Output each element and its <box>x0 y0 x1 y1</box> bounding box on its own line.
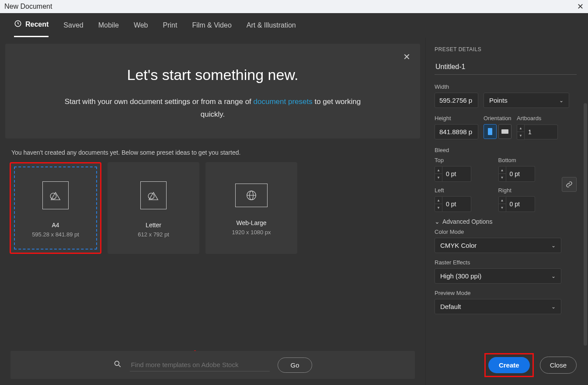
document-name-input[interactable] <box>435 60 577 75</box>
hero-heading: Let's start something new. <box>23 66 403 83</box>
advanced-options-toggle[interactable]: ⌄ Advanced Options <box>435 218 577 225</box>
tab-web[interactable]: Web <box>134 13 148 37</box>
search-icon <box>113 360 122 370</box>
preset-dims: 1920 x 1080 px <box>232 229 271 236</box>
stepper-up-icon: ▲ <box>517 125 524 132</box>
preset-card-letter[interactable]: Letter 612 x 792 pt <box>108 162 199 254</box>
preset-details-panel: PRESET DETAILS Width Points ⌄ Height <box>425 38 588 385</box>
chevron-down-icon: ⌄ <box>551 273 556 279</box>
bleed-left-stepper[interactable]: ▲▼ <box>435 196 442 212</box>
preset-doc-icon <box>140 181 167 209</box>
svg-rect-7 <box>501 129 508 134</box>
hero-banner: ✕ Let's start something new. Start with … <box>5 44 420 139</box>
window-title: New Document <box>4 3 52 10</box>
go-button[interactable]: Go <box>278 357 312 373</box>
height-label: Height <box>435 115 478 121</box>
width-label: Width <box>435 83 478 90</box>
orientation-landscape-button[interactable] <box>498 124 511 139</box>
titlebar: New Document ✕ <box>0 0 588 13</box>
panel-title: PRESET DETAILS <box>435 46 577 52</box>
tab-art-illustration[interactable]: Art & Illustration <box>247 13 296 37</box>
document-presets-link[interactable]: document presets <box>254 97 313 106</box>
units-select[interactable]: Points ⌄ <box>484 93 569 108</box>
chevron-down-icon: ⌄ <box>551 304 556 310</box>
close-button[interactable]: Close <box>540 357 577 374</box>
bleed-label: Bleed <box>435 147 577 153</box>
window-close-icon[interactable]: ✕ <box>577 2 584 11</box>
preset-dims: 595.28 x 841.89 pt <box>32 231 79 238</box>
width-input[interactable] <box>435 93 478 108</box>
tab-saved[interactable]: Saved <box>63 13 83 37</box>
link-bleed-icon[interactable] <box>562 177 577 192</box>
preview-mode-select[interactable]: Default ⌄ <box>435 299 561 314</box>
preset-dims: 612 x 792 pt <box>138 231 169 238</box>
chevron-down-icon: ⌄ <box>559 97 564 104</box>
orientation-portrait-button[interactable] <box>484 124 497 139</box>
hero-subtext: Start with your own document settings or… <box>56 96 370 121</box>
hero-close-icon[interactable]: ✕ <box>403 52 411 62</box>
preset-cards: A4 595.28 x 841.89 pt Letter 612 x 792 p… <box>5 162 420 254</box>
chevron-down-icon: ⌄ <box>551 243 556 249</box>
artboards-label: Artboards <box>517 115 558 121</box>
orientation-label: Orientation <box>484 115 511 121</box>
preset-name: A4 <box>52 222 59 229</box>
bleed-right-input[interactable] <box>506 196 535 212</box>
preset-card-a4[interactable]: A4 595.28 x 841.89 pt <box>10 162 101 254</box>
tab-film-video[interactable]: Film & Video <box>192 13 231 37</box>
artboards-stepper[interactable]: ▲▼ <box>517 124 525 140</box>
chevron-down-icon: ⌄ <box>435 218 440 225</box>
scrollbar[interactable] <box>584 103 587 346</box>
stepper-down-icon: ▼ <box>517 132 524 139</box>
clock-icon <box>14 20 22 29</box>
preset-card-web-large[interactable]: Web-Large 1920 x 1080 px <box>205 162 297 254</box>
stock-search-input[interactable] <box>130 358 270 371</box>
artboards-input[interactable] <box>525 125 558 139</box>
bleed-right-stepper[interactable]: ▲▼ <box>498 196 506 212</box>
tab-print[interactable]: Print <box>163 13 177 37</box>
preset-web-icon <box>235 184 268 207</box>
category-tabs: Recent Saved Mobile Web Print Film & Vid… <box>0 13 588 38</box>
preset-subheading: You haven't created any documents yet. B… <box>11 149 418 156</box>
tab-recent[interactable]: Recent <box>14 13 49 37</box>
stock-search-bar: Go <box>10 351 415 379</box>
bleed-top-stepper[interactable]: ▲▼ <box>435 166 442 182</box>
create-button[interactable]: Create <box>488 357 530 373</box>
raster-effects-select[interactable]: High (300 ppi) ⌄ <box>435 268 561 284</box>
height-input[interactable] <box>435 124 478 139</box>
bleed-top-input[interactable] <box>442 166 471 182</box>
bleed-bottom-stepper[interactable]: ▲▼ <box>498 166 506 182</box>
preset-name: Letter <box>146 222 161 229</box>
tab-mobile[interactable]: Mobile <box>98 13 119 37</box>
bleed-bottom-input[interactable] <box>506 166 535 182</box>
create-highlight: Create <box>484 353 534 377</box>
svg-rect-6 <box>488 128 492 135</box>
left-panel: ✕ Let's start something new. Start with … <box>0 38 425 385</box>
bleed-left-input[interactable] <box>442 196 471 212</box>
color-mode-select[interactable]: CMYK Color ⌄ <box>435 238 561 253</box>
svg-point-5 <box>115 361 119 365</box>
preset-name: Web-Large <box>236 219 266 226</box>
preset-doc-icon <box>42 181 69 209</box>
